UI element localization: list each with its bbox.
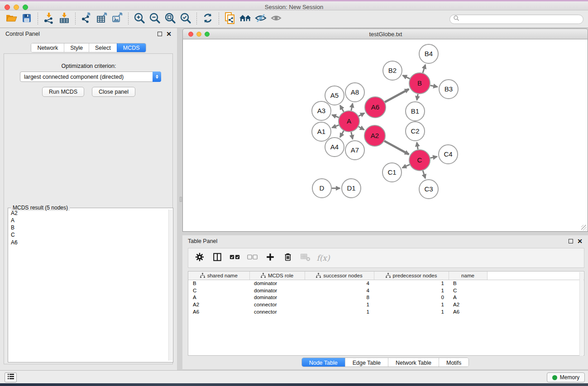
- edge-B-B1[interactable]: [417, 94, 418, 100]
- node-A3[interactable]: A3: [312, 101, 331, 120]
- node-B[interactable]: B: [409, 73, 430, 94]
- node-A7[interactable]: A7: [345, 141, 364, 160]
- node-C[interactable]: C: [409, 150, 430, 171]
- eye-toggle-button[interactable]: [268, 12, 284, 26]
- node-D1[interactable]: D1: [342, 179, 361, 198]
- tab-network-table[interactable]: Network Table: [388, 358, 439, 367]
- optimization-criterion-select[interactable]: largest connected component (directed): [20, 71, 161, 82]
- result-list-item[interactable]: A2: [9, 210, 168, 217]
- result-list-item[interactable]: B: [9, 224, 168, 232]
- node-A1[interactable]: A1: [312, 122, 331, 141]
- edge-A-A6[interactable]: [359, 113, 364, 116]
- edge-B-B2[interactable]: [403, 76, 410, 79]
- table-row[interactable]: Cdominator41C: [188, 287, 584, 294]
- show-graphics-toggle[interactable]: [253, 12, 268, 26]
- edge-A-A7[interactable]: [351, 132, 353, 139]
- export-network-button[interactable]: [79, 12, 94, 26]
- column-header-predecessor-nodes[interactable]: predecessor nodes: [374, 272, 449, 280]
- save-session-button[interactable]: [19, 12, 34, 26]
- edge-C-C4[interactable]: [430, 157, 437, 158]
- open-session-button[interactable]: [4, 12, 19, 26]
- clone-network-button[interactable]: [222, 12, 238, 26]
- column-header-MCDS-role[interactable]: MCDS role: [249, 272, 305, 280]
- node-B3[interactable]: B3: [439, 80, 458, 99]
- close-panel-icon[interactable]: ✕: [577, 239, 583, 243]
- edge-A-A4[interactable]: [340, 131, 344, 137]
- node-B2[interactable]: B2: [383, 61, 402, 80]
- float-panel-icon[interactable]: [569, 239, 573, 243]
- float-panel-icon[interactable]: [158, 32, 162, 36]
- node-A5[interactable]: A5: [325, 86, 344, 105]
- table-row[interactable]: Adominator80A: [188, 294, 584, 301]
- hide-panels-button[interactable]: [238, 12, 253, 26]
- zoom-selected-button[interactable]: [178, 12, 193, 26]
- node-C4[interactable]: C4: [439, 145, 458, 164]
- edge-C-C2[interactable]: [417, 143, 418, 150]
- table-row[interactable]: A6connector11A6: [188, 308, 584, 315]
- close-panel-button[interactable]: Close panel: [92, 87, 135, 97]
- import-table-button[interactable]: [57, 12, 72, 26]
- edge-A2-C[interactable]: [384, 141, 409, 154]
- tab-edge-table[interactable]: Edge Table: [345, 358, 388, 367]
- result-list-item[interactable]: A6: [9, 239, 168, 246]
- node-C2[interactable]: C2: [406, 122, 425, 141]
- table-settings-button[interactable]: [193, 251, 206, 265]
- edge-A-A1[interactable]: [332, 125, 339, 128]
- run-mcds-button[interactable]: Run MCDS: [42, 87, 84, 97]
- edge-B-B4[interactable]: [423, 65, 425, 73]
- deselect-all-columns-button[interactable]: [246, 251, 259, 265]
- export-table-button[interactable]: [94, 12, 110, 26]
- node-B4[interactable]: B4: [419, 44, 438, 63]
- edge-C-C3[interactable]: [423, 171, 425, 178]
- select-all-columns-button[interactable]: [228, 251, 242, 265]
- result-list-item[interactable]: A: [9, 217, 168, 224]
- import-network-button[interactable]: [41, 12, 57, 26]
- node-B1[interactable]: B1: [406, 102, 425, 121]
- zoom-out-button[interactable]: [147, 12, 163, 26]
- result-list-item[interactable]: C: [9, 232, 168, 239]
- tab-mcds[interactable]: MCDS: [117, 43, 146, 52]
- edge-A6-B[interactable]: [385, 89, 409, 102]
- edge-C-C1[interactable]: [402, 165, 410, 168]
- column-header-successor-nodes[interactable]: successor nodes: [305, 272, 374, 280]
- memory-button[interactable]: Memory: [547, 372, 585, 382]
- export-image-button[interactable]: [110, 12, 125, 26]
- node-C3[interactable]: C3: [419, 180, 438, 199]
- delete-column-button[interactable]: [281, 251, 295, 265]
- result-scrollbar[interactable]: [168, 210, 172, 361]
- node-A[interactable]: A: [339, 111, 359, 132]
- edge-B-B3[interactable]: [430, 86, 438, 87]
- search-input[interactable]: [459, 16, 580, 22]
- node-D[interactable]: D: [312, 179, 331, 198]
- node-C1[interactable]: C1: [382, 163, 402, 182]
- column-header-shared-name[interactable]: shared name: [188, 272, 249, 280]
- table-row[interactable]: A2connector11A2: [188, 301, 584, 308]
- tab-network[interactable]: Network: [31, 43, 64, 52]
- table-scrollbar[interactable]: [579, 272, 583, 356]
- node-A4[interactable]: A4: [325, 138, 344, 157]
- apply-layout-button[interactable]: [200, 12, 215, 26]
- network-window-titlebar[interactable]: testGlobe.txt: [182, 29, 588, 39]
- edge-A-A8[interactable]: [351, 103, 353, 110]
- create-column-button[interactable]: [263, 251, 277, 265]
- node-A6[interactable]: A6: [365, 97, 386, 118]
- column-layout-button[interactable]: [210, 251, 224, 265]
- zoom-in-button[interactable]: [132, 12, 147, 26]
- zoom-fit-button[interactable]: [163, 12, 178, 26]
- edge-A-A3[interactable]: [332, 115, 339, 118]
- node-A2[interactable]: A2: [364, 125, 385, 146]
- tab-motifs[interactable]: Motifs: [439, 358, 468, 367]
- tab-style[interactable]: Style: [64, 43, 89, 52]
- network-canvas[interactable]: B4B2BB3A5A8A6A3B1AA1C2A2A4A7C4CC1C3DD1: [183, 39, 588, 231]
- tab-select[interactable]: Select: [89, 43, 117, 52]
- table-row[interactable]: Bdominator41B: [188, 280, 584, 287]
- tab-node-table[interactable]: Node Table: [302, 358, 345, 367]
- edge-A-A5[interactable]: [340, 105, 344, 112]
- search-field[interactable]: [449, 14, 583, 24]
- close-panel-icon[interactable]: ✕: [166, 32, 172, 36]
- column-header-name[interactable]: name: [449, 272, 487, 280]
- edge-A-A2[interactable]: [359, 127, 364, 130]
- splitter-grip[interactable]: [180, 197, 182, 202]
- task-history-button[interactable]: [5, 372, 17, 382]
- resize-grip-icon[interactable]: [581, 225, 587, 230]
